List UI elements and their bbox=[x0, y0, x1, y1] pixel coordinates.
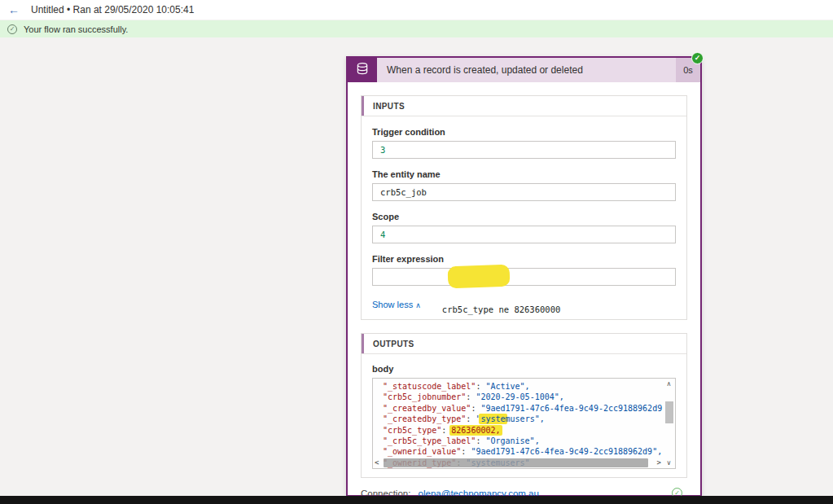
outputs-body: body "_statuscode_label": "Active", "crb… bbox=[362, 354, 686, 477]
trigger-card-header[interactable]: When a record is created, updated or del… bbox=[348, 58, 700, 82]
inputs-panel-header: INPUTS bbox=[362, 96, 686, 116]
highlighted-value: 826360000 bbox=[514, 305, 560, 314]
status-success-badge-icon: ✓ bbox=[691, 52, 704, 64]
chevron-up-icon[interactable]: ∧ bbox=[667, 380, 672, 388]
chevron-right-icon[interactable]: > bbox=[657, 458, 661, 467]
field-label: The entity name bbox=[372, 169, 676, 179]
code-line: "crb5c_type": 826360002, bbox=[373, 425, 675, 436]
field-value-box: crb5c_type ne 826360000 bbox=[372, 268, 676, 286]
field-scope: Scope 4 bbox=[372, 212, 676, 243]
database-icon bbox=[348, 58, 377, 82]
field-value-box: 4 bbox=[372, 226, 676, 243]
trigger-card: ✓ When a record is created, updated or d… bbox=[346, 56, 702, 497]
outputs-panel-header: OUTPUTS bbox=[362, 334, 686, 354]
code-line: "crb5c_jobnumber": "2020-29-05-1004", bbox=[373, 392, 675, 402]
inputs-panel: INPUTS Trigger condition 3 The entity na… bbox=[361, 95, 687, 320]
field-value: crb5c_type ne 826360000 bbox=[442, 305, 560, 314]
vertical-scrollbar[interactable]: ∧ ∨ bbox=[663, 379, 675, 468]
code-line: "_createdby_type": "systemusers", bbox=[373, 414, 675, 424]
field-label: Trigger condition bbox=[372, 127, 676, 137]
outputs-accent-bar bbox=[362, 334, 364, 353]
yellow-highlight-annotation: syste bbox=[479, 414, 506, 424]
yellow-highlight-annotation: 826360002, bbox=[449, 425, 502, 436]
field-value-box: crb5c_job bbox=[372, 183, 676, 201]
outputs-panel: OUTPUTS body "_statuscode_label": "Activ… bbox=[361, 333, 687, 478]
field-value: 4 bbox=[380, 230, 385, 239]
field-label: Filter expression bbox=[372, 254, 676, 264]
horizontal-scrollbar[interactable]: < > bbox=[373, 458, 663, 468]
success-banner: ✓ Your flow ran successfully. bbox=[0, 20, 833, 37]
back-arrow-icon[interactable]: ← bbox=[8, 4, 20, 15]
code-line: "_crb5c_type_label": "Organise", bbox=[373, 436, 675, 446]
body-label: body bbox=[372, 364, 676, 374]
run-header-bar: ← Untitled • Ran at 29/05/2020 10:05:41 bbox=[0, 0, 833, 20]
chevron-down-icon[interactable]: ∨ bbox=[667, 459, 672, 467]
vertical-scrollbar-thumb[interactable] bbox=[665, 401, 673, 423]
code-line: "_ownerid_value": "9aed1791-47c6-4fea-9c… bbox=[373, 446, 675, 457]
bottom-black-bar bbox=[0, 496, 833, 504]
trigger-card-title: When a record is created, updated or del… bbox=[377, 58, 676, 82]
field-filter-expression: Filter expression crb5c_type ne 82636000… bbox=[372, 254, 676, 286]
field-label: Scope bbox=[372, 212, 676, 221]
code-line: "_createdby_value": "9aed1791-47c6-4fea-… bbox=[373, 403, 675, 414]
field-entity-name: The entity name crb5c_job bbox=[372, 169, 676, 201]
success-circle-icon: ✓ bbox=[7, 24, 17, 34]
field-value-box: 3 bbox=[372, 141, 676, 159]
trigger-card-body: INPUTS Trigger condition 3 The entity na… bbox=[348, 82, 700, 498]
success-banner-message: Your flow ran successfully. bbox=[24, 24, 128, 34]
field-value: crb5c_job bbox=[380, 187, 427, 197]
horizontal-scrollbar-thumb[interactable] bbox=[384, 458, 648, 467]
yellow-highlight-annotation bbox=[448, 265, 511, 289]
run-title: Untitled • Ran at 29/05/2020 10:05:41 bbox=[31, 4, 194, 15]
code-line: "_statuscode_label": "Active", bbox=[373, 381, 675, 392]
chevron-left-icon[interactable]: < bbox=[375, 458, 379, 467]
inputs-header-label: INPUTS bbox=[373, 102, 405, 111]
inputs-accent-bar bbox=[362, 96, 364, 116]
outputs-header-label: OUTPUTS bbox=[373, 340, 414, 348]
field-trigger-condition: Trigger condition 3 bbox=[372, 127, 676, 159]
field-value: 3 bbox=[380, 145, 385, 155]
inputs-fields: Trigger condition 3 The entity name crb5… bbox=[362, 116, 686, 319]
outputs-code-viewer[interactable]: "_statuscode_label": "Active", "crb5c_jo… bbox=[372, 378, 676, 469]
